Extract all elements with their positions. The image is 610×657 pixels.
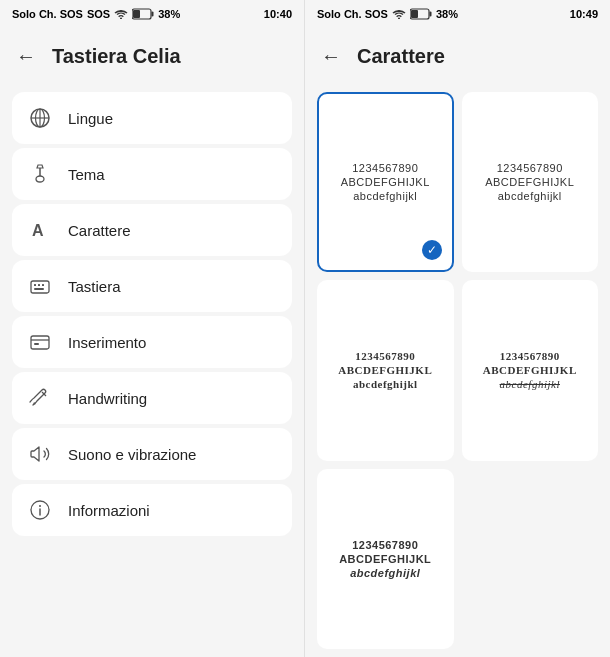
font3-nums: 1234567890 [355,350,415,362]
right-status-right: 10:49 [570,8,598,20]
brush-icon [28,162,52,186]
volume-icon [28,442,52,466]
menu-item-informazioni[interactable]: Informazioni [12,484,292,536]
right-status-bar: Solo Ch. SOS 38% 10:49 [305,0,610,28]
svg-rect-12 [34,288,44,290]
right-battery-pct: 38% [436,8,458,20]
menu-item-suono[interactable]: Suono e vibrazione [12,428,292,480]
font5-nums: 1234567890 [352,539,418,551]
right-carrier: Solo Ch. SOS [317,8,388,20]
left-time: 10:40 [264,8,292,20]
svg-text:A: A [32,222,44,239]
left-battery-pct: 38% [158,8,180,20]
svg-rect-8 [31,281,49,293]
menu-item-informazioni-label: Informazioni [68,502,150,519]
left-carrier: Solo Ch. SOS [12,8,83,20]
keyboard-icon [28,274,52,298]
info-icon [28,498,52,522]
font3-upper: ABCDEFGHIJKL [338,364,432,376]
left-sos: SOS [87,8,110,20]
font-card-5[interactable]: 1234567890 ABCDEFGHIJKL abcdefghijkl [317,469,454,649]
right-back-button[interactable]: ← [321,45,341,68]
menu-item-tema-label: Tema [68,166,105,183]
svg-rect-9 [34,284,36,286]
right-header: ← Carattere [305,28,610,84]
right-battery-icon [410,8,432,20]
left-battery-icon [132,8,154,20]
svg-rect-1 [152,12,154,17]
font-icon: A [28,218,52,242]
svg-rect-11 [42,284,44,286]
font5-lower: abcdefghijkl [350,567,420,579]
menu-item-suono-label: Suono e vibrazione [68,446,196,463]
right-panel: Solo Ch. SOS 38% 10:49 ← Carattere 12345… [305,0,610,657]
card-icon [28,330,52,354]
svg-rect-20 [429,12,431,17]
font4-upper: ABCDEFGHIJKL [483,364,577,376]
left-panel: Solo Ch. SOS SOS 38% 10:40 ← Tastiera Ce… [0,0,305,657]
menu-item-carattere[interactable]: A Carattere [12,204,292,256]
globe-icon [28,106,52,130]
menu-item-handwriting[interactable]: Handwriting [12,372,292,424]
font1-upper: ABCDEFGHIJKL [341,176,430,188]
menu-item-inserimento[interactable]: Inserimento [12,316,292,368]
svg-rect-2 [133,10,140,18]
left-header: ← Tastiera Celia [0,28,304,84]
menu-item-inserimento-label: Inserimento [68,334,146,351]
font-card-2[interactable]: 1234567890 ABCDEFGHIJKL abcdefghijkl [462,92,599,272]
font4-nums: 1234567890 [500,350,560,362]
font1-nums: 1234567890 [352,162,418,174]
svg-rect-13 [31,336,49,349]
font-card-1[interactable]: 1234567890 ABCDEFGHIJKL abcdefghijkl ✓ [317,92,454,272]
font2-lower: abcdefghijkl [498,190,562,202]
right-status-left: Solo Ch. SOS 38% [317,8,458,20]
left-status-left: Solo Ch. SOS SOS 38% [12,8,180,20]
menu-item-lingue-label: Lingue [68,110,113,127]
font3-lower: abcdefghijkl [353,378,418,390]
font5-upper: ABCDEFGHIJKL [339,553,431,565]
font-grid: 1234567890 ABCDEFGHIJKL abcdefghijkl ✓ 1… [305,84,610,657]
right-time: 10:49 [570,8,598,20]
svg-rect-10 [38,284,40,286]
handwrite-icon [28,386,52,410]
menu-item-handwriting-label: Handwriting [68,390,147,407]
font-card-3[interactable]: 1234567890 ABCDEFGHIJKL abcdefghijkl [317,280,454,460]
right-wifi-icon [392,9,406,19]
left-status-bar: Solo Ch. SOS SOS 38% 10:40 [0,0,304,28]
font1-lower: abcdefghijkl [353,190,417,202]
left-panel-title: Tastiera Celia [52,45,181,68]
left-wifi-icon [114,9,128,19]
font2-nums: 1234567890 [497,162,563,174]
menu-item-tastiera-label: Tastiera [68,278,121,295]
left-menu-list: Lingue Tema A Carattere Tastiera [0,84,304,657]
left-back-button[interactable]: ← [16,45,36,68]
svg-rect-21 [411,10,418,18]
font4-lower: abcdefghijkl [500,378,560,390]
svg-rect-15 [34,343,39,345]
svg-point-18 [39,505,41,507]
font1-check-icon: ✓ [422,240,442,260]
menu-item-lingue[interactable]: Lingue [12,92,292,144]
font2-upper: ABCDEFGHIJKL [485,176,574,188]
menu-item-carattere-label: Carattere [68,222,131,239]
menu-item-tema[interactable]: Tema [12,148,292,200]
menu-item-tastiera[interactable]: Tastiera [12,260,292,312]
right-panel-title: Carattere [357,45,445,68]
left-status-right: 10:40 [264,8,292,20]
font-card-4[interactable]: 1234567890 ABCDEFGHIJKL abcdefghijkl [462,280,599,460]
